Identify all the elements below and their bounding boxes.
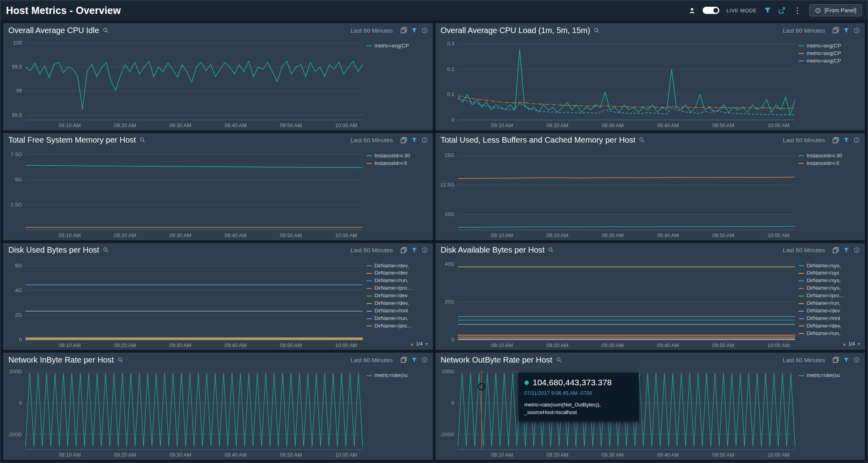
live-mode-toggle[interactable] [703, 7, 719, 14]
legend-swatch [799, 155, 804, 156]
filter-icon[interactable] [411, 247, 417, 253]
legend-label: DirName=/dev [375, 293, 408, 299]
from-panel-button[interactable]: [From Panel] [809, 4, 862, 16]
chart-canvas[interactable]: 40G20G009:10 AM09:20 AM09:30 AM09:40 AM0… [436, 257, 798, 350]
chart-used-memory[interactable]: 15G12.5G10G09:10 AM09:20 AM09:30 AM09:40… [436, 147, 798, 240]
info-icon[interactable] [854, 357, 860, 363]
legend-label: DirName=/mnt [375, 308, 408, 314]
filter-icon[interactable] [411, 357, 417, 363]
magnifier-icon[interactable] [103, 247, 109, 253]
legend-item[interactable]: DirName=/sys [799, 270, 861, 276]
magnifier-icon[interactable] [139, 137, 145, 143]
chart-cpu-load[interactable]: 0.30.20.1009:10 AM09:20 AM09:30 AM09:40 … [436, 37, 798, 130]
chart-canvas[interactable]: 7.5G5G2.5G09:10 AM09:20 AM09:30 AM09:40 … [3, 147, 366, 240]
legend-item[interactable]: DirName=/mnt [367, 308, 429, 314]
legend-item[interactable]: DirName=/dev, [367, 300, 429, 306]
chart-disk-used[interactable]: 6G4G2G009:10 AM09:20 AM09:30 AM09:40 AM0… [3, 257, 366, 350]
copy-panel-icon[interactable] [833, 247, 839, 253]
legend-item[interactable]: DirName=/dev [799, 308, 861, 314]
legend-item[interactable]: metric=avg(CP [799, 51, 861, 57]
panel-header: Total Free System Memory per Host Last 6… [3, 133, 433, 147]
legend-item[interactable]: DirName=/dev, [367, 263, 429, 269]
filter-icon[interactable] [843, 137, 849, 143]
legend-item[interactable]: InstanceId=i-30 [367, 153, 429, 159]
copy-panel-icon[interactable] [401, 247, 407, 253]
legend-item[interactable]: DirName=/run, [367, 278, 429, 284]
legend-item[interactable]: InstanceId=i-5 [367, 161, 429, 167]
filter-icon[interactable] [764, 7, 771, 14]
magnifier-icon[interactable] [556, 357, 562, 363]
legend-page-up-icon[interactable]: ▲ [410, 342, 414, 346]
legend-item[interactable]: DirName=/sys, [799, 263, 861, 269]
legend-item[interactable]: metric=rate(su [799, 373, 861, 379]
copy-panel-icon[interactable] [401, 27, 407, 33]
legend-item[interactable]: metric=avg(CP [799, 58, 861, 64]
chart-canvas[interactable]: 0.30.20.1009:10 AM09:20 AM09:30 AM09:40 … [436, 37, 798, 130]
time-range-label[interactable]: Last 60 Minutes [351, 137, 393, 143]
info-icon[interactable] [422, 137, 428, 143]
legend-item[interactable]: metric=avg(CP [367, 43, 429, 49]
legend-page-up-icon[interactable]: ▲ [842, 342, 846, 346]
filter-icon[interactable] [843, 357, 849, 363]
time-range-label[interactable]: Last 60 Minutes [351, 247, 393, 253]
chart-canvas[interactable]: 10099.59998.509:10 AM09:20 AM09:30 AM09:… [3, 37, 366, 130]
legend-item[interactable]: metric=rate(su [367, 373, 429, 379]
chart-network-in[interactable]: 200G0-200G09:10 AM09:20 AM09:30 AM09:40 … [3, 367, 366, 460]
time-range-label[interactable]: Last 60 Minutes [783, 27, 825, 34]
filter-icon[interactable] [411, 27, 417, 33]
legend-item[interactable]: DirName=/pro… [367, 285, 429, 291]
svg-text:09:50 AM: 09:50 AM [712, 122, 734, 128]
share-icon[interactable] [778, 7, 786, 14]
time-range-label[interactable]: Last 60 Minutes [351, 357, 393, 363]
chart-cpu-idle[interactable]: 10099.59998.509:10 AM09:20 AM09:30 AM09:… [3, 37, 366, 130]
legend-item[interactable]: DirName=/run, [799, 300, 861, 306]
chart-disk-available[interactable]: 40G20G009:10 AM09:20 AM09:30 AM09:40 AM0… [436, 257, 798, 350]
copy-panel-icon[interactable] [833, 357, 839, 363]
legend-item[interactable]: DirName=/pro… [367, 323, 429, 329]
info-icon[interactable] [854, 27, 860, 33]
legend-item[interactable]: DirName=/dev [367, 293, 429, 299]
info-icon[interactable] [854, 137, 860, 143]
copy-panel-icon[interactable] [401, 357, 407, 363]
legend-item[interactable]: DirName=/sys, [799, 285, 861, 291]
copy-panel-icon[interactable] [401, 137, 407, 143]
legend-item[interactable]: DirName=/run, [367, 316, 429, 322]
legend-item[interactable]: DirName=/sys, [799, 278, 861, 284]
legend-item[interactable]: InstanceId=i-5 [799, 161, 861, 167]
info-icon[interactable] [854, 247, 860, 253]
filter-icon[interactable] [411, 137, 417, 143]
magnifier-icon[interactable] [548, 247, 554, 253]
legend-item[interactable]: DirName=/pro… [799, 293, 861, 299]
info-icon[interactable] [422, 27, 428, 33]
legend-item[interactable]: DirName=/run, [799, 331, 861, 337]
legend-item[interactable]: DirName=/dev, [799, 323, 861, 329]
chart-canvas[interactable]: 15G12.5G10G09:10 AM09:20 AM09:30 AM09:40… [436, 147, 798, 240]
user-icon[interactable] [689, 7, 695, 14]
info-icon[interactable] [422, 357, 428, 363]
magnifier-icon[interactable] [118, 357, 124, 363]
info-icon[interactable] [422, 247, 428, 253]
legend-page-down-icon[interactable]: ▼ [425, 342, 429, 346]
legend-item[interactable]: DirName=/mnt [799, 316, 861, 322]
filter-icon[interactable] [843, 247, 849, 253]
legend-item[interactable]: DirName=/dev [367, 270, 429, 276]
magnifier-icon[interactable] [594, 27, 600, 33]
legend-page-down-icon[interactable]: ▼ [857, 342, 861, 346]
time-range-label[interactable]: Last 60 Minutes [783, 137, 825, 143]
copy-panel-icon[interactable] [833, 137, 839, 143]
time-range-label[interactable]: Last 60 Minutes [783, 357, 825, 363]
chart-canvas[interactable]: 200G0-200G09:10 AM09:20 AM09:30 AM09:40 … [3, 367, 366, 460]
legend-item[interactable]: InstanceId=i-30 [799, 153, 861, 159]
copy-panel-icon[interactable] [833, 27, 839, 33]
filter-icon[interactable] [843, 27, 849, 33]
more-options-icon[interactable]: ⋮ [793, 6, 802, 14]
panel-body: 200G0-200G09:10 AM09:20 AM09:30 AM09:40 … [3, 367, 433, 460]
legend-item[interactable]: metric=avg(CP [799, 43, 861, 49]
time-range-label[interactable]: Last 60 Minutes [351, 27, 393, 34]
magnifier-icon[interactable] [103, 27, 109, 33]
time-range-label[interactable]: Last 60 Minutes [783, 247, 825, 253]
tooltip-value-row: 104,680,443,373.378 [524, 378, 633, 387]
magnifier-icon[interactable] [639, 137, 645, 143]
chart-canvas[interactable]: 6G4G2G009:10 AM09:20 AM09:30 AM09:40 AM0… [3, 257, 366, 350]
chart-free-memory[interactable]: 7.5G5G2.5G09:10 AM09:20 AM09:30 AM09:40 … [3, 147, 366, 240]
